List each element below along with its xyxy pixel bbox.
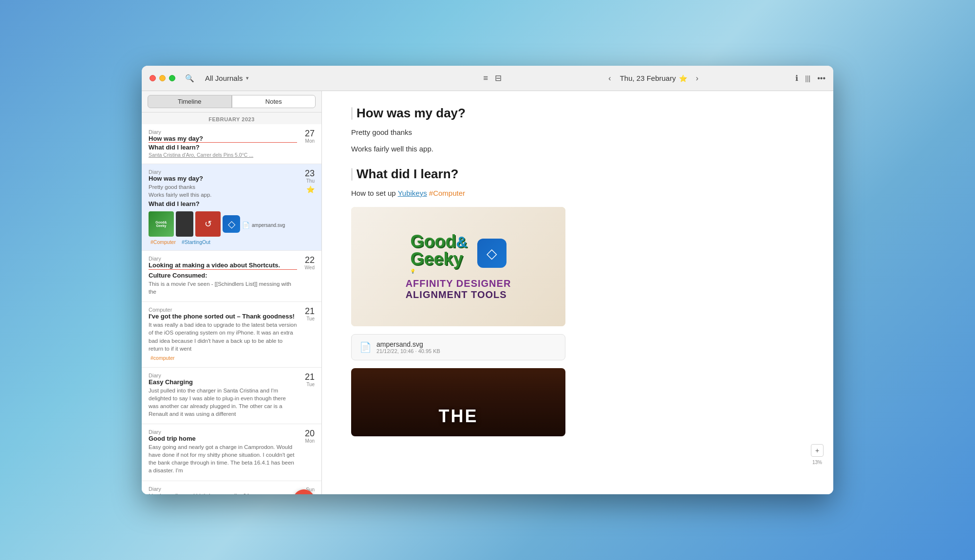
section-marker	[351, 107, 353, 120]
list-item[interactable]: Diary Good trip home Easy going and near…	[142, 424, 321, 481]
entry-subtitle: What did I learn?	[149, 144, 297, 151]
file-info: ampersand.svg 21/12/22, 10:46 · 40.95 KB	[376, 340, 440, 354]
paragraph-2: Works fairly well this app.	[351, 143, 804, 155]
affinity-image: Good& Geeky 💡 ◇ AFFINITY DESIGNER ALIGNM…	[351, 207, 565, 326]
list-item[interactable]: Diary Looking at making a video about Sh…	[142, 251, 321, 302]
entry-date-num: 27	[297, 129, 315, 138]
movie-banner: THE	[351, 368, 565, 436]
tab-notes[interactable]: Notes	[232, 95, 316, 108]
thumb-goodgeeky: Good&Geeky	[149, 211, 174, 237]
yubikeys-link[interactable]: Yubikeys	[398, 189, 427, 197]
entry-subheading: Culture Consumed: This is a movie I've s…	[149, 272, 297, 296]
entry-date-day: Mon	[297, 138, 315, 144]
maximize-button[interactable]	[169, 75, 175, 81]
tag-startingout: #StartingOut	[180, 239, 212, 245]
entry-preview: I had a really good birthday – now I'm 6…	[149, 492, 297, 495]
tag-computer: #computer	[149, 355, 177, 361]
main-content: Timeline Notes FEBRUARY 2023 Diary How w…	[142, 91, 833, 494]
journals-dropdown-arrow[interactable]: ▾	[246, 75, 249, 81]
sidebar-month-label: FEBRUARY 2023	[142, 112, 321, 124]
entry-preview: Pretty good thanksWorks fairly well this…	[149, 183, 297, 199]
movie-title-text: THE	[439, 406, 478, 427]
affinity-subtitle-2: ALIGNMENT TOOLS	[406, 289, 511, 300]
entry-thumbnails: Good&Geeky ↺ ◇ 📄 ampersand.svg	[149, 211, 315, 237]
section-marker-2	[351, 168, 353, 181]
editor-section-2: What did I learn? How to set up Yubikeys…	[351, 167, 804, 436]
file-name: ampersand.svg	[376, 340, 440, 348]
entry-tags: #computer	[149, 355, 297, 361]
app-window: 🔍 All Journals ▾ ≡ ⊟ ‹ Thu, 23 February …	[142, 66, 833, 494]
filter-icon[interactable]: ≡	[483, 74, 488, 83]
entry-title: I've got the phone sorted out – Thank go…	[149, 313, 297, 320]
zoom-in-button[interactable]: +	[811, 444, 824, 457]
journals-label[interactable]: All Journals	[205, 74, 243, 82]
entry-journal: Diary	[149, 129, 297, 135]
entry-title: Good trip home	[149, 435, 297, 442]
search-icon[interactable]: 🔍	[185, 74, 194, 83]
editor: How was my day? Pretty good thanks Works…	[322, 91, 833, 494]
sidebar-tabs: Timeline Notes	[142, 91, 321, 112]
entry-title: Looking at making a video about Shortcut…	[149, 261, 297, 270]
entry-date-num: 22	[297, 256, 315, 264]
zoom-indicator: + 13%	[811, 444, 824, 465]
nav-date-text: Thu, 23 February	[620, 74, 676, 82]
entry-location: Santa Cristina d'Aro, Carrer dels Pins 5…	[149, 152, 297, 158]
affinity-subtitle-area: AFFINITY DESIGNER ALIGNMENT TOOLS	[406, 278, 511, 300]
entry-date-num: 20	[297, 429, 315, 438]
thumb-affinity: ◇	[223, 215, 240, 233]
entry-title: How was my day?	[149, 135, 297, 143]
affinity-icon-large: ◇	[477, 239, 506, 268]
nav-date-display: Thu, 23 February ⭐	[620, 74, 687, 82]
entry-tags: #Computer #StartingOut	[149, 239, 315, 245]
section-heading-2: What did I learn?	[351, 167, 804, 182]
nav-star-icon: ⭐	[679, 75, 687, 82]
file-card[interactable]: 📄 ampersand.svg 21/12/22, 10:46 · 40.95 …	[351, 334, 565, 360]
titlebar: 🔍 All Journals ▾ ≡ ⊟ ‹ Thu, 23 February …	[142, 66, 833, 91]
list-item[interactable]: Diary How was my day? Pretty good thanks…	[142, 164, 321, 251]
paragraph-1: Pretty good thanks	[351, 127, 804, 138]
sidebar-wrapper: Timeline Notes FEBRUARY 2023 Diary How w…	[142, 91, 322, 494]
tag-computer: #Computer	[149, 239, 178, 245]
list-item[interactable]: Diary Easy Charging Just pulled into the…	[142, 368, 321, 424]
entry-journal: Computer	[149, 307, 297, 313]
entry-journal: Diary	[149, 373, 297, 378]
entry-journal: Diary	[149, 256, 297, 261]
list-item[interactable]: Computer I've got the phone sorted out –…	[142, 302, 321, 367]
section-heading-1: How was my day?	[351, 106, 804, 121]
file-icon: 📄	[359, 341, 372, 353]
entry-date-day: Tue	[297, 316, 315, 321]
entry-journal: Diary	[149, 429, 297, 435]
computer-hashtag: #Computer	[429, 189, 465, 197]
nav-next-button[interactable]: ›	[693, 73, 701, 84]
entry-subtitle: What did I learn?	[149, 200, 297, 207]
tab-timeline[interactable]: Timeline	[148, 95, 232, 108]
file-meta: 21/12/22, 10:46 · 40.95 KB	[376, 348, 440, 354]
entry-journal: Diary	[149, 486, 297, 492]
more-icon[interactable]: •••	[817, 74, 825, 83]
minimize-button[interactable]	[159, 75, 166, 81]
list-item[interactable]: Diary I had a really good birthday – now…	[142, 481, 321, 495]
zoom-level-label: 13%	[812, 460, 822, 465]
entry-preview: Just pulled into the charger in Santa Cr…	[149, 387, 297, 418]
layout-icon[interactable]: ⊟	[495, 73, 502, 83]
entry-file-attach: 📄 ampersand.svg	[242, 222, 285, 229]
close-button[interactable]	[150, 75, 156, 81]
affinity-logo-area: Good& Geeky 💡 ◇	[410, 233, 506, 274]
entry-journal: Diary	[149, 169, 297, 175]
entry-date-day: Thu	[297, 178, 315, 184]
entry-date-day: Mon	[297, 438, 315, 444]
thumb-logo: ↺	[195, 211, 221, 237]
entry-preview: Easy going and nearly got a charge in Ca…	[149, 443, 297, 474]
affinity-banner: Good& Geeky 💡 ◇ AFFINITY DESIGNER ALIGNM…	[351, 207, 565, 326]
entry-title: How was my day?	[149, 175, 297, 182]
list-item[interactable]: Diary How was my day? What did I learn? …	[142, 124, 321, 164]
sidebar: Timeline Notes FEBRUARY 2023 Diary How w…	[142, 91, 322, 494]
info-icon[interactable]: ℹ	[795, 74, 798, 83]
movie-image: THE	[351, 368, 565, 436]
entry-date-num: 23	[297, 169, 315, 178]
entry-date-day: Wed	[297, 265, 315, 270]
chart-icon[interactable]: |||	[805, 75, 810, 82]
entry-date-day: Tue	[297, 382, 315, 387]
entry-date-num: 21	[297, 307, 315, 316]
nav-prev-button[interactable]: ‹	[605, 73, 614, 84]
